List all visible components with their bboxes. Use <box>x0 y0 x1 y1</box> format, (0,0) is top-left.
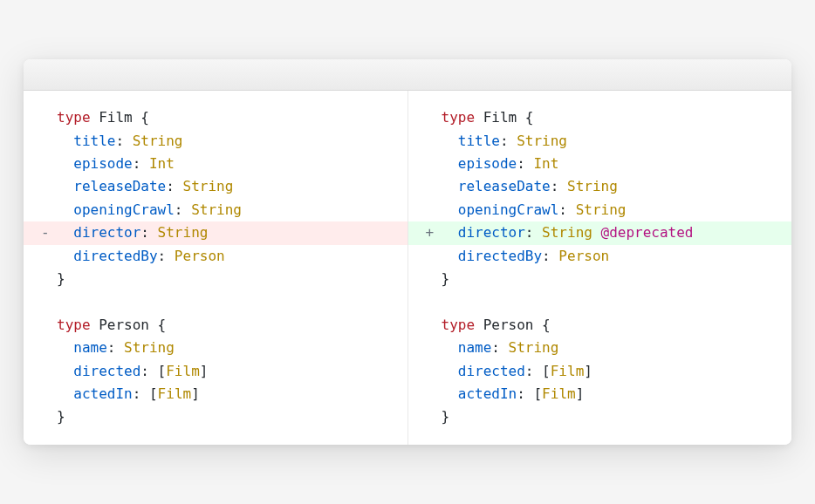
diff-gutter <box>426 199 442 221</box>
code-line: releaseDate: String <box>24 175 408 198</box>
colon: : <box>517 385 533 402</box>
code-line: type Film { <box>408 106 792 129</box>
diff-marker-added: + <box>426 221 442 244</box>
code-line: episode: Int <box>408 153 792 175</box>
type-ref-string: String <box>124 339 175 356</box>
type-name-film: Film <box>483 109 517 126</box>
type-name-person: Person <box>483 317 534 333</box>
type-ref-film: Film <box>542 385 576 402</box>
type-name-person: Person <box>99 317 149 333</box>
diff-gutter <box>41 314 57 337</box>
bracket-close: ] <box>576 385 585 402</box>
bracket-close: ] <box>191 385 200 402</box>
type-ref-int: Int <box>149 155 175 172</box>
type-ref-string: String <box>191 201 242 218</box>
brace-open: { <box>149 317 166 333</box>
code-line: name: String <box>24 337 408 359</box>
brace-open: { <box>517 109 533 126</box>
diff-window: type Film { title: String episode: Int r… <box>24 59 791 444</box>
diff-gutter <box>426 106 442 129</box>
type-ref-film: Film <box>166 363 200 379</box>
code-line: } <box>408 405 792 428</box>
bracket-close: ] <box>200 363 209 379</box>
diff-gutter <box>426 405 442 428</box>
diff-gutter <box>426 175 442 198</box>
colon: : <box>133 385 149 402</box>
code-line-blank <box>24 290 408 313</box>
code-line: openingCrawl: String <box>24 199 408 221</box>
keyword-type: type <box>57 109 91 126</box>
diff-gutter <box>426 245 442 268</box>
code-line: } <box>24 405 408 428</box>
type-ref-string: String <box>133 133 183 149</box>
diff-gutter <box>426 268 442 290</box>
type-ref-film: Film <box>551 363 585 379</box>
field-name: name <box>458 339 492 356</box>
type-ref-string: String <box>576 201 627 218</box>
bracket-open: [ <box>533 385 542 402</box>
keyword-type: type <box>442 317 476 333</box>
colon: : <box>517 155 533 172</box>
diff-gutter <box>41 153 57 175</box>
code-line: name: String <box>408 337 792 359</box>
brace-open: { <box>533 317 550 333</box>
code-line: actedIn: [Film] <box>24 383 408 405</box>
type-ref-person: Person <box>558 248 609 264</box>
type-ref-string: String <box>509 339 559 356</box>
code-line: title: String <box>408 130 792 153</box>
brace-close: } <box>442 270 450 287</box>
code-line-removed: - director: String <box>24 221 408 244</box>
keyword-type: type <box>57 317 91 333</box>
diff-gutter <box>41 268 57 290</box>
field-title: title <box>73 133 115 149</box>
field-directed: directed <box>458 363 525 379</box>
code-line: directed: [Film] <box>24 360 408 383</box>
brace-close: } <box>57 408 65 425</box>
diff-gutter <box>41 130 57 153</box>
colon: : <box>558 201 575 218</box>
colon: : <box>491 339 508 356</box>
diff-gutter <box>41 337 57 359</box>
diff-marker-removed: - <box>41 221 57 244</box>
type-ref-int: Int <box>533 155 558 172</box>
type-ref-string: String <box>542 224 592 241</box>
colon: : <box>115 133 132 149</box>
diff-gutter <box>426 337 442 359</box>
diff-gutter <box>41 405 57 428</box>
diff-gutter <box>41 245 57 268</box>
type-ref-string: String <box>158 224 209 241</box>
colon: : <box>107 339 124 356</box>
field-openingcrawl: openingCrawl <box>73 201 175 218</box>
code-line: releaseDate: String <box>408 175 792 198</box>
type-name-film: Film <box>99 109 133 126</box>
code-line: directedBy: Person <box>408 245 792 268</box>
field-name: name <box>73 339 107 356</box>
diff-container: type Film { title: String episode: Int r… <box>24 91 791 444</box>
type-ref-string: String <box>567 178 618 194</box>
field-title: title <box>458 133 500 149</box>
field-director: director <box>458 224 525 241</box>
code-line: title: String <box>24 130 408 153</box>
window-titlebar <box>24 59 791 91</box>
colon: : <box>542 248 558 264</box>
colon: : <box>500 133 517 149</box>
code-line: episode: Int <box>24 153 408 175</box>
field-openingcrawl: openingCrawl <box>458 201 559 218</box>
type-ref-string: String <box>517 133 567 149</box>
diff-gutter <box>41 175 57 198</box>
code-line: directed: [Film] <box>408 360 792 383</box>
field-directedby: directedBy <box>73 248 157 264</box>
field-directed: directed <box>73 363 140 379</box>
code-line-blank <box>408 290 792 313</box>
keyword-type: type <box>442 109 476 126</box>
bracket-open: [ <box>158 363 167 379</box>
type-ref-film: Film <box>158 385 192 402</box>
field-actedin: actedIn <box>458 385 517 402</box>
code-line: } <box>24 268 408 290</box>
colon: : <box>140 363 157 379</box>
bracket-close: ] <box>584 363 592 379</box>
code-line: directedBy: Person <box>24 245 408 268</box>
code-line: type Film { <box>24 106 408 129</box>
code-line-added: + director: String @deprecated <box>408 221 792 244</box>
field-director: director <box>73 224 140 241</box>
